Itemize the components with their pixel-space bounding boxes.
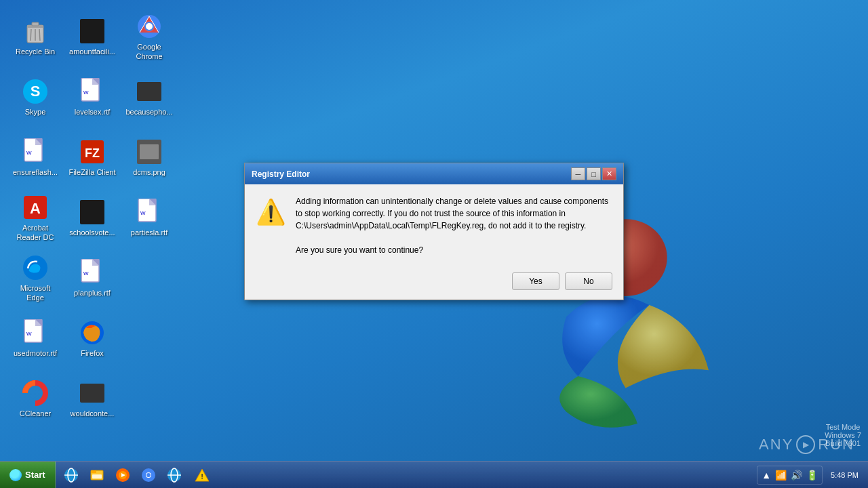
dialog-maximize-button[interactable]: □ [587, 167, 601, 180]
taskbar-ie-icon[interactable] [59, 463, 83, 487]
warning-icon: ⚠️ [256, 198, 286, 226]
test-mode-line3: Build 7601 [825, 439, 861, 447]
dialog-message: Adding information can unintentionally c… [296, 195, 610, 256]
tray-icons: ▲ 📶 🔊 🔋 [757, 466, 823, 485]
dialog-controls: ─ □ ✕ [571, 167, 616, 180]
anyrun-text: ANY [759, 436, 793, 453]
svg-point-45 [146, 473, 151, 477]
start-label: Start [25, 470, 45, 480]
taskbar-explorer-icon[interactable] [85, 463, 109, 487]
start-orb-icon [9, 469, 22, 481]
recycle-bin-label: Recycle Bin [16, 47, 55, 56]
edge-label: Microsoft Edge [11, 284, 60, 302]
registry-dialog: Registry Editor ─ □ ✕ ⚠️ Adding informat… [244, 163, 624, 300]
partiesla-label: partiesla.rtf [131, 228, 167, 237]
wouldconte-icon[interactable]: wouldconte... [65, 370, 119, 428]
svg-text:FZ: FZ [85, 146, 100, 160]
svg-text:S: S [31, 83, 41, 100]
svg-text:W: W [83, 89, 89, 96]
levelsex-label: levelsex.rtf [75, 108, 111, 117]
tray-battery-icon[interactable]: 🔋 [805, 470, 819, 481]
svg-text:W: W [26, 150, 32, 156]
system-tray: ▲ 📶 🔊 🔋 5:48 PM [753, 462, 868, 488]
planplus-label: planplus.rtf [74, 289, 111, 298]
schoolsvote-icon[interactable]: schoolsvote... [65, 189, 119, 247]
taskbar-wmp-icon[interactable] [111, 463, 135, 487]
chrome-icon[interactable]: Google Chrome [122, 8, 176, 66]
dcms-icon[interactable]: dcms.png [122, 129, 176, 186]
edge-icon[interactable]: Microsoft Edge [8, 249, 62, 307]
svg-text:A: A [30, 200, 41, 217]
planplus-icon[interactable]: W planplus.rtf [65, 249, 119, 307]
taskbar-items: ! [56, 462, 753, 488]
svg-rect-3 [32, 22, 39, 26]
svg-text:!: ! [201, 472, 203, 481]
becausepho-label: becausepho... [125, 108, 172, 117]
svg-rect-38 [91, 470, 96, 473]
desktop: Recycle Bin S Skype W ensureflash... [0, 0, 868, 488]
ccleaner-icon[interactable]: CCleaner [8, 370, 62, 428]
svg-text:W: W [83, 270, 89, 277]
skype-label: Skype [25, 108, 46, 117]
chrome-label: Google Chrome [125, 43, 174, 60]
desktop-icons: Recycle Bin S Skype W ensureflash... [0, 0, 184, 461]
dialog-title: Registry Editor [252, 169, 310, 179]
dialog-titlebar: Registry Editor ─ □ ✕ [245, 163, 623, 184]
dialog-message-text: Adding information can unintentionally c… [296, 197, 608, 255]
usedmotor-icon[interactable]: W usedmotor.rtf [8, 310, 62, 367]
tray-expand-icon[interactable]: ▲ [760, 470, 772, 481]
partiesla-icon[interactable]: W partiesla.rtf [122, 189, 176, 247]
dialog-close-button[interactable]: ✕ [602, 167, 616, 180]
becausepho-icon[interactable]: becausepho... [122, 68, 176, 126]
svg-rect-39 [92, 474, 102, 479]
acrobat-label: Acrobat Reader DC [11, 224, 60, 241]
filezilla-icon[interactable]: FZ FileZilla Client [65, 129, 119, 186]
usedmotor-label: usedmotor.rtf [14, 349, 57, 358]
ccleaner-label: CCleaner [20, 409, 51, 418]
svg-line-4 [31, 29, 31, 41]
dcms-label: dcms.png [133, 168, 165, 177]
levelsex-icon[interactable]: W levelsex.rtf [65, 68, 119, 126]
firefox-label: Firefox [81, 349, 104, 358]
taskbar-warning-icon[interactable]: ! [190, 463, 214, 487]
acrobat-icon[interactable]: A Acrobat Reader DC [8, 189, 62, 247]
tray-volume-icon[interactable]: 🔊 [789, 470, 804, 481]
test-mode-line2: Windows 7 [825, 431, 861, 439]
svg-point-30 [146, 23, 153, 30]
wouldconte-label: wouldconte... [71, 409, 115, 418]
yes-button[interactable]: Yes [512, 272, 559, 290]
amountfacili-icon[interactable]: amountfacili... [65, 8, 119, 66]
svg-text:W: W [140, 210, 146, 216]
taskbar-chrome-icon[interactable] [136, 463, 161, 487]
amountfacili-label: amountfacili... [69, 47, 115, 56]
no-button[interactable]: No [565, 272, 612, 290]
clock-time: 5:48 PM [831, 471, 859, 479]
ensureflash-label: ensureflash... [13, 168, 58, 177]
filezilla-label: FileZilla Client [68, 168, 115, 177]
recycle-bin-icon[interactable]: Recycle Bin [8, 8, 62, 66]
dialog-minimize-button[interactable]: ─ [571, 167, 585, 180]
ensureflash-icon[interactable]: W ensureflash... [8, 129, 62, 186]
svg-line-6 [39, 29, 40, 41]
tray-network-icon[interactable]: 📶 [774, 470, 788, 481]
test-mode-watermark: Test Mode Windows 7 Build 7601 [825, 423, 861, 447]
anyrun-play-icon: ▶ [796, 435, 815, 454]
test-mode-line1: Test Mode [825, 423, 861, 431]
dialog-body: ⚠️ Adding information can unintentionall… [245, 184, 623, 267]
svg-text:W: W [26, 331, 32, 337]
schoolsvote-label: schoolsvote... [69, 228, 115, 237]
clock[interactable]: 5:48 PM [825, 462, 864, 488]
dialog-buttons: Yes No [245, 267, 623, 300]
taskbar: Start [0, 461, 868, 488]
taskbar-ie2-icon[interactable] [162, 463, 186, 487]
start-button[interactable]: Start [0, 462, 56, 489]
firefox-icon[interactable]: Firefox [65, 310, 119, 367]
skype-icon[interactable]: S Skype [8, 68, 62, 126]
